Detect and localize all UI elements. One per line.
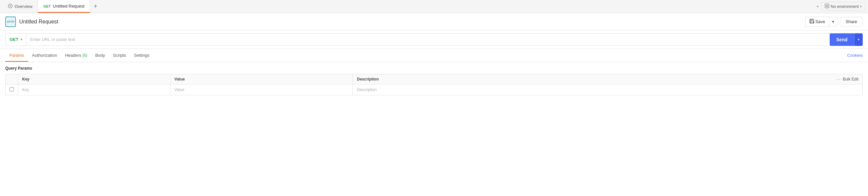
query-params-title: Query Params — [5, 66, 863, 71]
send-button[interactable]: Send — [830, 33, 854, 46]
save-chevron-icon: ▾ — [832, 19, 834, 24]
tab-settings-label: Settings — [134, 53, 150, 58]
tab-scripts-label: Scripts — [113, 53, 126, 58]
svg-point-1 — [9, 5, 11, 7]
row-description-cell[interactable]: Description — [353, 85, 863, 95]
bulk-edit-button[interactable]: Bulk Edit — [843, 77, 859, 81]
request-title: Untitled Request — [19, 19, 58, 25]
share-label: Share — [845, 19, 857, 24]
cookies-link[interactable]: Cookies — [847, 53, 863, 58]
request-tabs: Params Authorization Headers (6) Body Sc… — [0, 49, 868, 62]
no-env-icon — [825, 4, 829, 9]
tab-body[interactable]: Body — [91, 50, 109, 62]
active-tab-label: Untitled Request — [53, 4, 85, 8]
dots-icon: ··· — [837, 77, 841, 81]
headers-badge: (6) — [82, 53, 87, 58]
col-checkbox — [6, 74, 18, 85]
params-table: Key Value Description ··· Bulk Edit — [5, 74, 863, 95]
tab-params-label: Params — [9, 53, 24, 58]
bulk-edit-dots-button[interactable]: ··· — [837, 77, 841, 81]
save-dropdown-button[interactable]: ▾ — [829, 17, 837, 26]
save-label: Save — [815, 19, 826, 24]
row-value-placeholder: Value — [175, 88, 184, 92]
svg-rect-7 — [810, 21, 813, 23]
tab-headers-label: Headers — [65, 53, 81, 58]
cookies-label: Cookies — [847, 53, 863, 58]
tab-body-label: Body — [95, 53, 105, 58]
row-key-cell[interactable]: Key — [18, 85, 170, 95]
col-value-header: Value — [170, 74, 352, 85]
send-button-group: Send ▾ — [830, 33, 863, 46]
col-description-header: Description ··· Bulk Edit — [353, 74, 863, 85]
request-type-icon: HTTP — [5, 17, 16, 27]
tab-overview[interactable]: Overview — [3, 0, 38, 13]
active-tab-method: GET — [43, 4, 51, 8]
bulk-edit-group: ··· Bulk Edit — [837, 77, 859, 81]
environment-selector[interactable]: No environment ▾ — [821, 2, 865, 11]
plus-icon: + — [94, 3, 97, 10]
tab-bar-right: ▾ No environment ▾ — [817, 2, 865, 11]
url-input[interactable] — [26, 33, 830, 46]
chevron-down-icon[interactable]: ▾ — [817, 5, 818, 8]
row-checkbox[interactable] — [9, 87, 14, 91]
tab-active-request[interactable]: GET Untitled Request — [38, 0, 90, 13]
send-label: Send — [836, 37, 847, 42]
tab-authorization-label: Authorization — [32, 53, 57, 58]
environment-label: No environment — [831, 4, 859, 9]
tab-settings[interactable]: Settings — [130, 50, 154, 62]
tab-overview-label: Overview — [14, 4, 32, 9]
table-row: Key Value Description — [6, 85, 863, 95]
row-value-cell[interactable]: Value — [170, 85, 352, 95]
tab-scripts[interactable]: Scripts — [109, 50, 130, 62]
header-actions: Save ▾ Share — [805, 17, 863, 27]
row-key-placeholder: Key — [22, 88, 29, 92]
share-button[interactable]: Share — [840, 17, 863, 26]
save-icon — [809, 19, 814, 25]
save-button[interactable]: Save — [805, 17, 830, 27]
row-description-placeholder: Description — [357, 88, 377, 92]
method-selector[interactable]: GET ▾ — [5, 33, 26, 46]
bulk-edit-label: Bulk Edit — [843, 77, 859, 81]
tab-headers[interactable]: Headers (6) — [61, 50, 91, 62]
overview-icon — [8, 4, 12, 9]
add-tab-button[interactable]: + — [90, 1, 101, 12]
send-caret-icon: ▾ — [858, 38, 860, 41]
tab-bar: Overview GET Untitled Request + ▾ No env… — [0, 0, 868, 13]
svg-rect-6 — [810, 19, 812, 21]
method-label: GET — [9, 37, 19, 42]
url-bar: GET ▾ Send ▾ — [0, 30, 868, 49]
env-chevron-icon: ▾ — [860, 5, 862, 8]
save-button-group: Save ▾ — [805, 17, 838, 27]
request-header: HTTP Untitled Request Save ▾ Share — [0, 13, 868, 30]
method-chevron-icon: ▾ — [21, 38, 22, 41]
col-key-header: Key — [18, 74, 170, 85]
send-dropdown-button[interactable]: ▾ — [854, 33, 863, 46]
tab-authorization[interactable]: Authorization — [28, 50, 61, 62]
tab-params[interactable]: Params — [5, 50, 28, 62]
content-area: Query Params Key Value Description ··· — [0, 62, 868, 99]
row-checkbox-cell — [6, 85, 18, 95]
